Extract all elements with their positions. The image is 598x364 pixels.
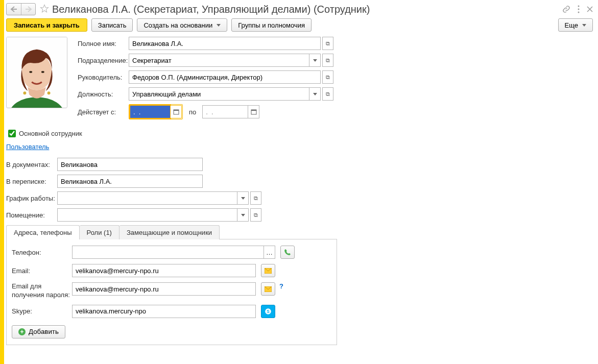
chief-input[interactable] — [129, 70, 321, 84]
open-icon: ⧉ — [254, 212, 258, 219]
svg-point-0 — [578, 6, 580, 7]
schedule-input[interactable] — [57, 191, 237, 205]
chevron-down-icon — [313, 59, 317, 62]
email-pwd-input[interactable] — [72, 282, 256, 296]
svg-text:S: S — [267, 309, 270, 314]
help-icon[interactable]: ? — [279, 282, 283, 290]
svg-point-8 — [23, 91, 26, 94]
phone-call-icon — [284, 249, 291, 256]
calendar-icon — [251, 109, 257, 115]
position-dropdown-button[interactable] — [309, 87, 321, 101]
open-icon: ⧉ — [326, 74, 330, 81]
chevron-down-icon — [241, 197, 245, 200]
chevron-down-icon — [582, 24, 586, 27]
open-icon: ⧉ — [326, 40, 330, 47]
phone-input[interactable] — [72, 246, 264, 259]
tabs: Адреса, телефоны Роли (1) Замещающие и п… — [6, 225, 337, 239]
active-from-calendar-button[interactable] — [171, 105, 182, 118]
create-based-label: Создать на основании — [143, 21, 212, 29]
open-chief-button[interactable]: ⧉ — [322, 70, 333, 84]
page-title: Великанова Л.А. (Секретариат, Управляющи… — [52, 4, 370, 15]
phone-ellipsis-button[interactable]: … — [264, 246, 275, 259]
phone-label: Телефон: — [12, 249, 72, 256]
skype-label: Skype: — [12, 307, 72, 315]
open-room-button[interactable]: ⧉ — [250, 208, 261, 222]
groups-permissions-button[interactable]: Группы и полномочия — [231, 18, 312, 32]
envelope-icon — [265, 268, 272, 274]
in-docs-input[interactable] — [57, 158, 203, 171]
full-name-label: Полное имя: — [78, 40, 129, 47]
chevron-down-icon — [241, 214, 245, 216]
save-close-button[interactable]: Записать и закрыть — [6, 18, 87, 32]
more-label: Еще — [565, 21, 578, 29]
nav-back-button[interactable] — [7, 4, 21, 15]
add-label: Добавить — [29, 328, 59, 335]
ellipsis-icon: … — [266, 249, 273, 256]
calendar-icon — [173, 109, 179, 115]
send-email-pwd-button[interactable] — [261, 282, 275, 296]
svg-point-2 — [578, 12, 580, 13]
tab-roles[interactable]: Роли (1) — [80, 225, 119, 239]
room-input[interactable] — [57, 208, 237, 222]
active-to-calendar-button[interactable] — [248, 105, 259, 118]
dept-label: Подразделение: — [78, 57, 129, 64]
save-button[interactable]: Записать — [91, 18, 133, 32]
chevron-down-icon — [313, 93, 317, 95]
chevron-down-icon — [217, 24, 221, 27]
svg-rect-11 — [174, 110, 179, 111]
open-icon: ⧉ — [326, 91, 330, 98]
open-full-name-button[interactable]: ⧉ — [322, 37, 333, 50]
tab-addresses-phones[interactable]: Адреса, телефоны — [6, 225, 80, 239]
nav-forward-button[interactable] — [21, 4, 35, 15]
send-email-button[interactable] — [261, 264, 275, 277]
svg-point-6 — [29, 71, 32, 73]
tab-substitutes[interactable]: Замещающие и помощники — [119, 225, 220, 239]
more-button[interactable]: Еще — [558, 18, 593, 32]
create-based-button[interactable]: Создать на основании — [137, 18, 227, 32]
svg-rect-13 — [251, 110, 256, 111]
active-to-input[interactable] — [202, 105, 248, 118]
plus-icon: + — [18, 328, 26, 335]
open-dept-button[interactable]: ⧉ — [322, 54, 333, 67]
open-icon: ⧉ — [326, 57, 330, 64]
tab-body-addresses: Телефон: … Email: Email для получения па… — [6, 239, 337, 345]
skype-icon: S — [265, 308, 272, 315]
call-button[interactable] — [280, 246, 295, 259]
schedule-dropdown-button[interactable] — [237, 191, 249, 205]
svg-point-7 — [41, 71, 44, 73]
dept-dropdown-button[interactable] — [309, 54, 321, 67]
email-label: Email: — [12, 267, 72, 275]
in-corr-input[interactable] — [57, 175, 203, 188]
dept-input[interactable] — [129, 54, 309, 67]
user-link[interactable]: Пользователь — [6, 143, 49, 151]
close-icon[interactable] — [587, 6, 593, 12]
toolbar: Записать и закрыть Записать Создать на о… — [6, 18, 593, 32]
email-pwd-label: Email для получения пароля: — [12, 282, 72, 300]
svg-point-9 — [47, 91, 51, 94]
position-label: Должность: — [78, 90, 129, 98]
full-name-input[interactable] — [129, 37, 321, 50]
open-icon: ⧉ — [254, 195, 258, 202]
skype-call-button[interactable]: S — [261, 305, 275, 318]
schedule-label: График работы: — [6, 195, 57, 202]
room-dropdown-button[interactable] — [237, 208, 249, 222]
open-schedule-button[interactable]: ⧉ — [250, 191, 261, 205]
link-icon[interactable] — [562, 5, 570, 13]
open-position-button[interactable]: ⧉ — [322, 87, 333, 101]
skype-input[interactable] — [72, 305, 256, 318]
envelope-icon — [265, 286, 272, 292]
chief-label: Руководитель: — [78, 74, 129, 81]
primary-employee-label: Основной сотрудник — [19, 130, 82, 137]
position-input[interactable] — [129, 87, 309, 101]
avatar[interactable] — [6, 37, 67, 108]
favorite-star-icon[interactable] — [40, 4, 49, 15]
primary-employee-checkbox[interactable] — [8, 130, 16, 137]
room-label: Помещение: — [6, 211, 57, 219]
add-contact-button[interactable]: + Добавить — [12, 325, 65, 338]
kebab-menu-icon[interactable] — [578, 5, 580, 13]
email-input[interactable] — [72, 264, 256, 277]
active-from-input[interactable] — [130, 105, 171, 118]
titlebar: Великанова Л.А. (Секретариат, Управляющи… — [6, 3, 593, 15]
to-label: по — [189, 108, 196, 116]
in-docs-label: В документах: — [6, 161, 57, 168]
